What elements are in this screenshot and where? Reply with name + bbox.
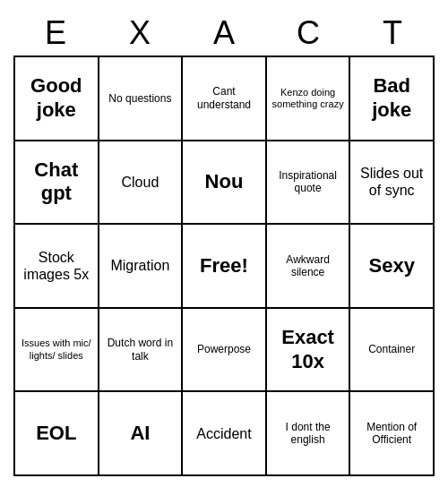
header-letter-c: C [266, 14, 350, 52]
header-letter-t: T [350, 14, 435, 52]
bingo-cell-1: No questions [99, 57, 184, 141]
bingo-cell-8: Inspirational quote [267, 141, 351, 226]
bingo-cell-5: Chat gpt [15, 141, 99, 226]
bingo-grid: Good jokeNo questionsCant understandKenz… [13, 56, 435, 476]
bingo-cell-18: Exact 10x [267, 309, 351, 393]
bingo-cell-7: Nou [183, 141, 267, 226]
bingo-cell-19: Container [350, 309, 435, 393]
bingo-cell-11: Migration [99, 225, 184, 309]
bingo-cell-6: Cloud [99, 141, 184, 226]
bingo-cell-12: Free! [183, 225, 267, 309]
bingo-cell-2: Cant understand [183, 57, 267, 141]
bingo-card: EXACT Good jokeNo questionsCant understa… [13, 11, 435, 476]
bingo-cell-16: Dutch word in talk [99, 309, 184, 393]
bingo-cell-23: I dont the english [267, 392, 351, 476]
bingo-cell-0: Good joke [15, 57, 99, 141]
bingo-cell-22: Accident [183, 392, 267, 476]
bingo-cell-15: Issues with mic/ lights/ slides [15, 309, 99, 393]
bingo-cell-20: EOL [15, 392, 99, 476]
bingo-cell-9: Slides out of sync [350, 141, 435, 226]
header-letter-a: A [182, 14, 266, 52]
bingo-cell-24: Mention of Officient [350, 392, 435, 476]
bingo-cell-10: Stock images 5x [15, 225, 99, 309]
header-letter-x: X [98, 14, 182, 52]
bingo-cell-17: Powerpose [183, 309, 267, 393]
header-letter-e: E [13, 14, 98, 52]
bingo-cell-4: Bad joke [350, 57, 435, 141]
bingo-cell-13: Awkward silence [267, 225, 351, 309]
bingo-cell-14: Sexy [350, 225, 435, 309]
bingo-cell-21: AI [99, 392, 184, 476]
bingo-header: EXACT [13, 11, 435, 56]
bingo-cell-3: Kenzo doing something crazy [267, 57, 351, 141]
